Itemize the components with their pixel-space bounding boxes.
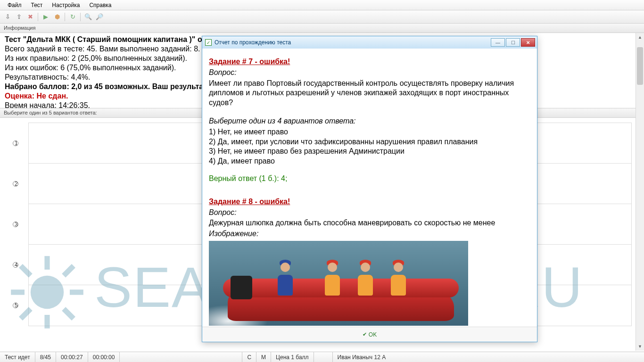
scroll-down-icon[interactable]: ▼ <box>636 342 644 351</box>
task7-options: 1) Нет, не имеет право 2) Да, имеет, при… <box>209 127 530 166</box>
task7-heading: Задание # 7 - ошибка! <box>209 57 530 67</box>
stop-icon[interactable]: ⬢ <box>52 12 62 22</box>
status-progress: 8/45 <box>35 352 56 362</box>
choose-prompt: Выберите один из 4 вариантов ответа: <box>209 116 530 126</box>
info-header: Информация <box>0 24 644 33</box>
status-price: Цена 1 балл <box>271 352 314 362</box>
menu-test[interactable]: Тест <box>26 1 48 9</box>
menubar: Файл Тест Настройка Справка <box>0 0 644 10</box>
image-label: Изображение: <box>209 229 530 239</box>
scroll-thumb[interactable] <box>637 47 643 85</box>
statusbar: Тест идет 8/45 00:00:27 00:00:00 С М Цен… <box>0 352 644 362</box>
menu-settings[interactable]: Настройка <box>47 1 84 9</box>
task8-question: Дежурная шлюпка должна быть способна ман… <box>209 218 530 228</box>
dialog-footer: OK <box>202 327 537 342</box>
radio-icon[interactable] <box>13 181 18 187</box>
menu-file[interactable]: Файл <box>3 1 26 9</box>
zoom-out-icon[interactable]: 🔎 <box>95 12 104 22</box>
minimize-button[interactable]: — <box>491 38 505 47</box>
question-label: Вопрос: <box>209 68 530 78</box>
radio-icon[interactable] <box>13 140 18 146</box>
radio-icon[interactable] <box>13 303 18 308</box>
refresh-icon[interactable]: ↻ <box>68 12 77 22</box>
info-test-title: Тест "Дельта МКК ( Старший помощник капи… <box>5 35 210 43</box>
task8-heading: Задание # 8 - ошибка! <box>209 197 530 207</box>
option: 2) Да, имеет, при условии что зафиксиров… <box>209 137 530 147</box>
nav-down-icon[interactable]: ⇩ <box>3 12 12 22</box>
vertical-scrollbar[interactable]: ▲ ▼ <box>636 33 644 351</box>
nav-up-icon[interactable]: ⇧ <box>14 12 24 22</box>
status-user: Иван Иваныч 12 А <box>333 352 391 362</box>
check-icon: ✓ <box>205 39 212 46</box>
task8-image <box>209 241 468 326</box>
info-score: Набрано баллов: 2,0 из 45 возможных. Ваш… <box>5 82 222 90</box>
zoom-in-icon[interactable]: 🔍 <box>83 12 93 22</box>
option: 1) Нет, не имеет право <box>209 127 530 137</box>
radio-icon[interactable] <box>13 222 18 227</box>
task7-correct: Верный ответ (1 б.): 4; <box>209 174 530 184</box>
dialog-titlebar[interactable]: ✓ Отчет по прохождению теста — ☐ ✕ <box>202 36 537 49</box>
status-c: С <box>242 352 256 362</box>
task7-question: Имеет ли право Портовый государственный … <box>209 79 530 108</box>
status-remaining: 00:00:00 <box>88 352 120 362</box>
status-elapsed: 00:00:27 <box>56 352 88 362</box>
info-grade: Оценка: Не сдан. <box>5 92 68 100</box>
maximize-button[interactable]: ☐ <box>506 38 520 47</box>
option: 3) Нет, не имеет право без разрешения Ад… <box>209 147 530 156</box>
ok-button[interactable]: OK <box>356 330 383 339</box>
delete-icon[interactable]: ✖ <box>25 12 35 22</box>
toolbar: ⇩ ⇧ ✖ ▶ ⬢ ↻ 🔍 🔎 <box>0 10 644 24</box>
close-button[interactable]: ✕ <box>521 38 535 47</box>
radio-icon[interactable] <box>13 262 18 268</box>
report-dialog: ✓ Отчет по прохождению теста — ☐ ✕ Задан… <box>202 36 537 342</box>
menu-help[interactable]: Справка <box>84 1 116 9</box>
status-m: М <box>256 352 271 362</box>
question-label: Вопрос: <box>209 208 530 218</box>
scroll-up-icon[interactable]: ▲ <box>636 33 644 41</box>
dialog-body[interactable]: Задание # 7 - ошибка! Вопрос: Имеет ли п… <box>202 49 537 327</box>
status-state: Тест идет <box>0 352 35 362</box>
play-icon[interactable]: ▶ <box>41 12 50 22</box>
option: 4) Да, имеет право <box>209 156 530 166</box>
dialog-title: Отчет по прохождению теста <box>215 39 291 46</box>
